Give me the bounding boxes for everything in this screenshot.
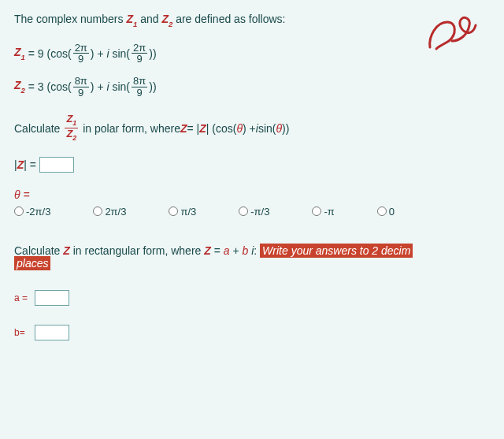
- theta-block: θ = -2π/3 2π/3 π/3 -π/3 -π 0: [14, 188, 490, 218]
- theta-options: -2π/3 2π/3 π/3 -π/3 -π 0: [14, 206, 490, 218]
- b-label: b=: [14, 327, 35, 338]
- hint-highlight-2: places: [14, 256, 50, 270]
- theta-radio[interactable]: [93, 206, 102, 216]
- theta-option-label: -π: [324, 206, 334, 218]
- equation-z1: Z1 = 9 (cos( 2π9 ) + i sin( 2π9 )): [14, 43, 490, 65]
- theta-option[interactable]: π/3: [169, 206, 196, 218]
- theta-option[interactable]: -2π/3: [14, 206, 50, 218]
- theta-radio[interactable]: [14, 206, 24, 216]
- z2-var: Z2: [161, 13, 172, 25]
- intro-text: The complex numbers Z1 and Z2 are define…: [14, 13, 490, 28]
- theta-radio[interactable]: [377, 206, 387, 216]
- equation-z2: Z2 = 3 (cos( 8π9 ) + i sin( 8π9 )): [14, 76, 490, 98]
- a-input[interactable]: [35, 290, 69, 306]
- theta-option-label: 2π/3: [105, 206, 126, 218]
- calculate-polar: Calculate Z1 Z2 in polar form, where Z =…: [14, 113, 490, 142]
- theta-radio[interactable]: [312, 206, 321, 216]
- intro-prefix: The complex numbers: [14, 13, 126, 25]
- hand-doodle: [425, 14, 482, 58]
- theta-option[interactable]: -π/3: [239, 206, 269, 218]
- theta-option[interactable]: 2π/3: [93, 206, 126, 218]
- theta-label: θ =: [14, 188, 490, 201]
- z1-var: Z1: [126, 13, 137, 25]
- rect-prompt: Calculate Z in rectangular form, where Z…: [14, 244, 490, 257]
- mod-z-row: |Z| =: [14, 157, 490, 173]
- theta-option-label: π/3: [180, 206, 196, 218]
- theta-radio[interactable]: [239, 206, 248, 216]
- rectangular-section: Calculate Z in rectangular form, where Z…: [14, 244, 490, 340]
- theta-option-label: 0: [389, 206, 395, 218]
- theta-option[interactable]: -π: [312, 206, 334, 218]
- intro-mid: and: [140, 13, 161, 25]
- b-row: b=: [14, 325, 490, 340]
- mod-z-label: |Z| =: [14, 158, 39, 171]
- theta-option-label: -π/3: [250, 206, 269, 218]
- theta-option-label: -2π/3: [26, 206, 50, 218]
- b-input[interactable]: [35, 325, 69, 340]
- theta-option[interactable]: 0: [377, 206, 395, 218]
- intro-suffix: are defined as follows:: [176, 13, 285, 25]
- theta-radio[interactable]: [169, 206, 178, 216]
- a-label: a =: [14, 292, 35, 303]
- mod-z-input[interactable]: [39, 157, 74, 173]
- hint-highlight: Write your answers to 2 decim: [260, 244, 413, 258]
- a-row: a =: [14, 290, 490, 306]
